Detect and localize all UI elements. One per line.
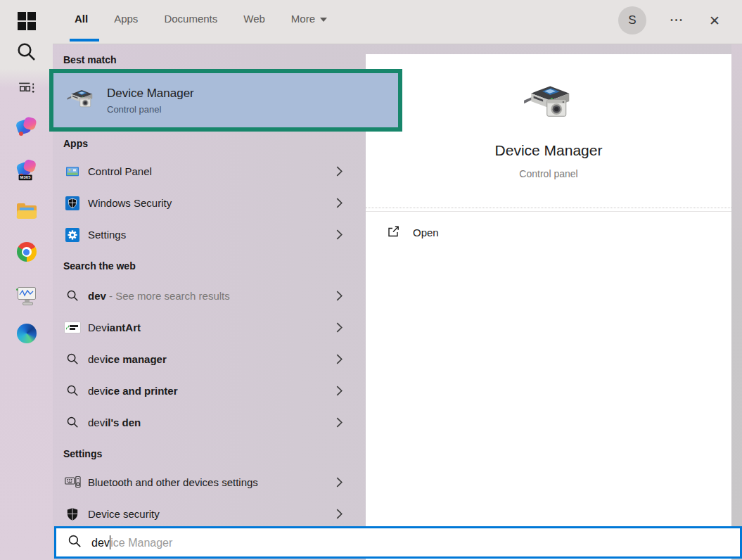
chevron-right-icon bbox=[336, 229, 343, 243]
filter-tabs: All Apps Documents Web More bbox=[75, 13, 327, 25]
tab-all[interactable]: All bbox=[75, 13, 88, 25]
tab-more[interactable]: More bbox=[291, 13, 327, 25]
web-section-label: Search the web bbox=[63, 260, 136, 272]
web-suggestion-row[interactable]: dev - See more search results bbox=[53, 280, 366, 312]
best-match-result-row[interactable]: Device Manager Control panel bbox=[49, 69, 402, 132]
chevron-right-icon bbox=[336, 477, 343, 490]
close-icon[interactable]: ✕ bbox=[703, 9, 726, 33]
search-icon bbox=[68, 534, 82, 552]
device-manager-icon-large bbox=[523, 84, 574, 129]
open-label: Open bbox=[413, 227, 439, 238]
chevron-down-icon bbox=[320, 18, 327, 22]
result-label: Bluetooth and other devices settings bbox=[88, 476, 258, 488]
search-icon bbox=[63, 384, 82, 397]
chevron-right-icon bbox=[336, 417, 343, 431]
chevron-right-icon bbox=[336, 291, 343, 304]
chevron-right-icon bbox=[336, 166, 343, 179]
search-icon bbox=[63, 289, 82, 303]
preview-title: Device Manager bbox=[366, 142, 731, 159]
file-explorer-button[interactable] bbox=[0, 197, 53, 228]
result-row-device-security[interactable]: Device security bbox=[53, 498, 366, 530]
start-button[interactable] bbox=[0, 6, 53, 37]
result-label: Device security bbox=[88, 508, 160, 520]
web-suggestion-row[interactable]: devil's den bbox=[53, 407, 366, 438]
task-view-icon bbox=[18, 80, 36, 97]
best-match-subtitle: Control panel bbox=[107, 104, 194, 115]
copilot-icon bbox=[16, 116, 37, 137]
chevron-right-icon bbox=[336, 509, 343, 522]
chevron-right-icon bbox=[336, 322, 343, 336]
shield-icon bbox=[63, 507, 82, 521]
search-input[interactable]: device Manager bbox=[54, 526, 742, 559]
edge-button[interactable] bbox=[0, 318, 53, 349]
windows-security-icon bbox=[63, 196, 82, 210]
chrome-icon bbox=[17, 242, 37, 262]
edge-icon bbox=[17, 324, 37, 343]
taskbar-search-button[interactable] bbox=[0, 37, 53, 68]
result-row-control-panel[interactable]: Control Panel bbox=[53, 155, 366, 187]
windows-logo-icon bbox=[18, 12, 36, 30]
taskbar: M365 bbox=[0, 0, 53, 560]
bluetooth-devices-icon bbox=[63, 475, 82, 490]
control-panel-icon bbox=[63, 165, 82, 179]
result-row-bluetooth-settings[interactable]: Bluetooth and other devices settings bbox=[53, 466, 366, 498]
open-external-icon bbox=[387, 225, 401, 239]
tab-apps[interactable]: Apps bbox=[114, 13, 138, 25]
active-tab-underline bbox=[70, 39, 99, 42]
file-explorer-icon bbox=[16, 204, 37, 221]
tab-web[interactable]: Web bbox=[243, 13, 265, 25]
m365-badge: M365 bbox=[18, 175, 32, 181]
search-typed-text: dev bbox=[91, 537, 110, 549]
result-label: Windows Security bbox=[88, 197, 172, 209]
settings-section-label: Settings bbox=[63, 448, 102, 459]
web-suggestion-row[interactable]: device manager bbox=[53, 343, 366, 375]
search-suggestion-text: ice Manager bbox=[110, 537, 172, 549]
result-label: Control Panel bbox=[88, 165, 152, 177]
m365-copilot-app-button[interactable]: M365 bbox=[0, 153, 53, 184]
user-avatar[interactable]: S bbox=[618, 6, 646, 34]
best-match-section-label: Best match bbox=[63, 54, 116, 65]
search-header: All Apps Documents Web More S ••• ✕ bbox=[53, 0, 742, 44]
open-action[interactable]: Open bbox=[387, 225, 439, 239]
task-view-button[interactable] bbox=[0, 73, 53, 104]
result-row-settings[interactable]: Settings bbox=[53, 219, 366, 250]
divider bbox=[366, 208, 731, 208]
apps-section-label: Apps bbox=[63, 138, 88, 149]
divider bbox=[366, 211, 731, 212]
preview-panel: Device Manager Control panel Open bbox=[366, 54, 731, 560]
performance-monitor-icon bbox=[16, 286, 37, 305]
performance-monitor-button[interactable] bbox=[0, 280, 53, 311]
result-label: Settings bbox=[88, 229, 126, 241]
copilot-app-button[interactable] bbox=[0, 111, 53, 142]
chevron-right-icon bbox=[336, 386, 343, 399]
tab-documents[interactable]: Documents bbox=[164, 13, 217, 25]
result-row-windows-security[interactable]: Windows Security bbox=[53, 187, 366, 219]
more-options-icon[interactable]: ••• bbox=[663, 10, 691, 31]
preview-subtitle: Control panel bbox=[366, 168, 731, 179]
window-edge-strip bbox=[731, 44, 742, 560]
search-icon bbox=[63, 416, 82, 429]
m365-copilot-icon: M365 bbox=[16, 159, 37, 179]
deviantart-icon bbox=[63, 322, 82, 333]
search-icon bbox=[63, 352, 82, 366]
web-suggestion-row[interactable]: device and printer bbox=[53, 375, 366, 407]
chevron-right-icon bbox=[336, 354, 343, 367]
settings-gear-icon bbox=[63, 228, 82, 242]
chrome-button[interactable] bbox=[0, 236, 53, 267]
web-suggestion-row-deviantart[interactable]: DeviantArt bbox=[53, 312, 366, 343]
device-manager-icon bbox=[67, 89, 95, 113]
best-match-title: Device Manager bbox=[107, 87, 194, 101]
chevron-right-icon bbox=[336, 198, 343, 211]
search-icon bbox=[16, 42, 37, 63]
